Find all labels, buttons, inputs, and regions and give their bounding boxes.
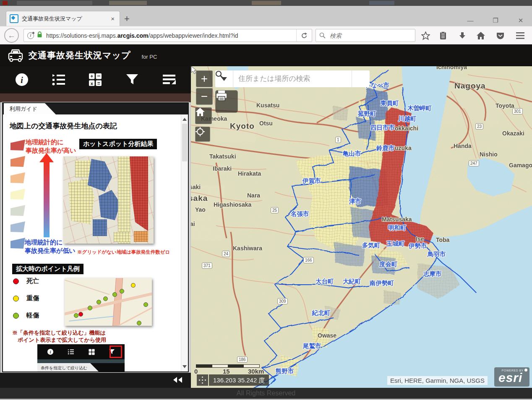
scroll-thumb[interactable] — [182, 124, 187, 161]
pocket-icon[interactable] — [494, 30, 506, 41]
zero-grid-note: ※グリッドがない地域は事故発生件数ゼロ — [77, 249, 170, 255]
screenshot-stage: 交通事故発生状況マップ × + — ❐ ✕ ← i https://soluti… — [0, 0, 532, 400]
calculator-widget-button[interactable]: +−x= — [86, 70, 104, 89]
back-button[interactable]: ← — [4, 28, 19, 43]
titlebar[interactable]: 交通事故発生状況マップ × + — ❐ ✕ — [0, 6, 532, 26]
ramp-swatch — [10, 205, 25, 216]
hotspot-ramp — [10, 140, 25, 249]
zoom-in-button[interactable]: + — [196, 70, 213, 87]
library-icon[interactable] — [437, 30, 449, 41]
route-shield: 1 — [335, 137, 341, 143]
route-shield: 371 — [202, 262, 212, 269]
point-legend-badge: 拡大時のポイント凡例 — [12, 264, 83, 274]
point-legend: 死亡重傷軽傷 — [13, 277, 39, 319]
app-header: 交通事故発生状況マップ for PC — [0, 44, 532, 66]
map-canvas[interactable]: IchinomiyaNagoyaToyotaOkazakiHandaNishio… — [191, 66, 532, 388]
url-text[interactable]: https://solutions-esrij.maps.arcgis.com/… — [46, 32, 296, 39]
map-label: Kusatsu — [256, 102, 279, 109]
scroll-up-icon[interactable] — [183, 118, 187, 121]
tab-usage-guide[interactable]: 利用ガイド — [4, 103, 56, 114]
scale-bar — [196, 364, 260, 368]
window-close-button[interactable]: ✕ — [514, 15, 528, 26]
crosshair-icon[interactable] — [197, 374, 208, 386]
map-search-button[interactable] — [352, 70, 370, 87]
route-shield: 23 — [475, 123, 483, 130]
map-label: 大紀町 — [343, 278, 361, 286]
url-bar[interactable]: i https://solutions-esrij.maps.arcgis.co… — [23, 29, 312, 42]
mini-filter-tab: 条件を指定して絞り込む — [37, 363, 100, 371]
tab-close-icon[interactable]: × — [109, 15, 116, 22]
route-shield: 301 — [512, 108, 523, 114]
map-search-input[interactable] — [233, 70, 352, 87]
map-label: 多気町 — [362, 242, 381, 249]
map-label: ai — [191, 221, 195, 227]
map-label: 津市 — [349, 197, 361, 205]
map-label: 度会町 — [379, 260, 398, 268]
map-label: Kashiwara — [233, 245, 262, 252]
point-legend-row: 死亡 — [13, 277, 39, 285]
print-button[interactable] — [215, 90, 238, 113]
map-label: saka — [191, 194, 208, 203]
map-label: 四日市市 — [370, 124, 395, 132]
map-label: Higashiosaka — [214, 201, 251, 208]
new-tab-button[interactable]: + — [124, 13, 130, 24]
browser-search-input[interactable] — [329, 32, 402, 39]
map-home-button[interactable] — [195, 107, 212, 124]
browser-search-field[interactable] — [316, 29, 415, 42]
map-label: Owase — [318, 332, 336, 339]
reload-button[interactable] — [296, 29, 312, 42]
filter-widget-button[interactable] — [123, 70, 141, 89]
map-label: Ichinomiya — [436, 66, 467, 70]
window-minimize-button[interactable]: — — [463, 15, 477, 26]
panel-content: 地図上の交通事故発生地点の表記 地理統計的に 事故発生率が高い ホットスポット分… — [3, 114, 181, 371]
ramp-swatch — [10, 156, 25, 167]
mouse-cursor — [191, 66, 198, 75]
browser-navbar: ← i https://solutions-esrij.maps.arcgis.… — [0, 26, 532, 44]
map-label: Nishio — [480, 151, 498, 158]
scroll-down-icon[interactable] — [183, 365, 187, 368]
locate-button[interactable] — [195, 127, 210, 142]
coordinate-widget[interactable]: 136.203 35.242 度 — [197, 374, 269, 386]
legend-widget-button[interactable] — [50, 70, 68, 89]
layer-list-widget-button[interactable] — [160, 70, 178, 89]
route-shield: 309 — [277, 298, 288, 304]
filter-usage-note: ※「条件を指定して絞り込む」機能は ポイント表示まで拡大してから使用 — [12, 329, 106, 343]
info-widget-button[interactable]: i — [13, 70, 31, 89]
point-sample-image — [65, 278, 152, 326]
mini-toolbar-screenshot: i 条件を指定して絞り込む — [37, 344, 125, 371]
footer-bar: All Rights Reserved — [0, 388, 532, 399]
esri-logo[interactable]: POWERED BY esri — [494, 367, 529, 387]
widget-toolbar: i +−x= — [0, 66, 191, 93]
route-shield: 247 — [469, 160, 479, 166]
lock-icon — [37, 31, 42, 39]
map-label: Okazaki — [502, 130, 524, 137]
window-maximize-button[interactable]: ❐ — [488, 15, 503, 26]
mini-legend-icon — [68, 349, 74, 355]
filter-highlight-box — [110, 345, 122, 358]
panel-scrollbar[interactable] — [181, 114, 188, 371]
low-rate-label: 地理統計的に 事故発生率が低い — [25, 238, 76, 255]
print-icon — [216, 91, 227, 101]
collapse-panel-button[interactable] — [172, 377, 182, 383]
map-label: 東員町 — [381, 99, 399, 107]
point-label: 死亡 — [26, 277, 39, 285]
bookmark-star-icon[interactable] — [420, 30, 431, 41]
ramp-swatch — [10, 172, 25, 183]
svg-text:=: = — [97, 81, 100, 86]
rights-text: All Rights Reserved — [237, 390, 296, 397]
home-icon[interactable] — [475, 30, 487, 41]
map-label: 南伊勢町 — [370, 279, 394, 287]
point-dot — [13, 313, 19, 319]
downloads-icon[interactable] — [456, 30, 468, 41]
site-info-icon[interactable]: i — [27, 32, 34, 39]
desktop-fragment — [17, 1, 92, 5]
zoom-out-button[interactable]: − — [196, 88, 213, 105]
map-label: Otsu — [259, 120, 273, 127]
browser-tab[interactable]: 交通事故発生状況マップ × — [6, 11, 120, 26]
menu-hamburger-icon[interactable] — [514, 30, 526, 41]
usage-guide-panel: 利用ガイド 地図上の交通事故発生地点の表記 地理統計的に 事故発生率が高い ホッ… — [2, 102, 189, 373]
map-label: 伊賀市 — [303, 177, 321, 185]
map-label: Ibaraki — [213, 165, 232, 172]
map-label: Toba — [436, 236, 449, 243]
point-dot — [13, 296, 19, 301]
